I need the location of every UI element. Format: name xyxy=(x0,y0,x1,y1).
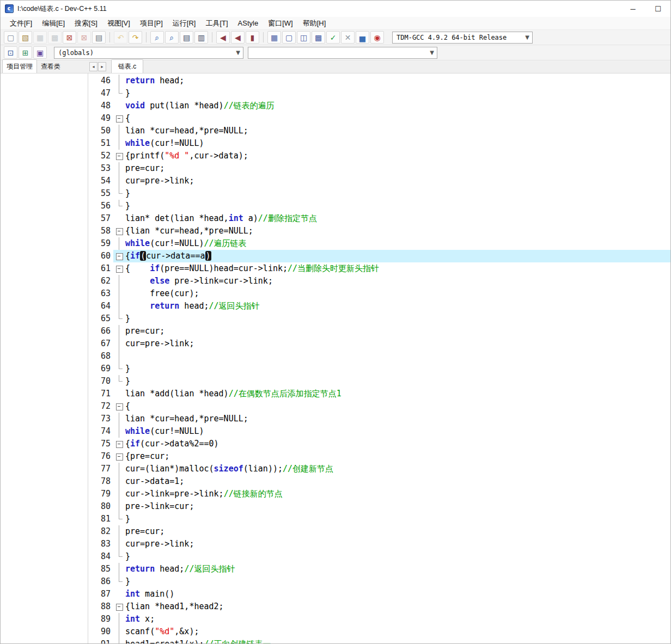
line-number[interactable]: 49 xyxy=(88,112,113,125)
menu-item-8[interactable]: 窗口[W] xyxy=(263,17,298,30)
code-text[interactable]: pre=cur; xyxy=(125,162,670,175)
menu-item-1[interactable]: 编辑[E] xyxy=(37,17,70,30)
code-text[interactable]: } xyxy=(125,513,670,525)
code-line-47[interactable]: 47} xyxy=(88,87,670,100)
line-number[interactable]: 88 xyxy=(88,600,113,613)
compiler-select[interactable]: TDM-GCC 4.9.2 64-bit Release ▼ xyxy=(392,32,533,44)
code-line-46[interactable]: 46return head; xyxy=(88,75,670,87)
menu-item-3[interactable]: 视图[V] xyxy=(102,17,135,30)
line-number[interactable]: 75 xyxy=(88,438,113,450)
redo-button[interactable]: ↷ xyxy=(129,31,142,44)
code-text[interactable]: head1=creat1(x);//正向创建链表一 xyxy=(125,638,670,643)
code-text[interactable] xyxy=(125,350,670,363)
menu-item-4[interactable]: 项目[P] xyxy=(135,17,168,30)
code-line-77[interactable]: 77cur=(lian*)malloc(sizeof(lian));//创建新节… xyxy=(88,463,670,475)
new-file-button[interactable]: ▢ xyxy=(4,31,17,44)
code-text[interactable]: { if(pre==NULL)head=cur->link;//当删除头时更新头… xyxy=(125,262,670,275)
code-line-82[interactable]: 82pre=cur; xyxy=(88,525,670,538)
code-line-54[interactable]: 54cur=pre->link; xyxy=(88,175,670,187)
code-text[interactable]: } xyxy=(125,363,670,375)
line-number[interactable]: 63 xyxy=(88,287,113,300)
line-number[interactable]: 74 xyxy=(88,425,113,438)
code-line-80[interactable]: 80pre->link=cur; xyxy=(88,500,670,513)
code-text[interactable]: return head;//返回头指针 xyxy=(125,300,670,312)
code-text[interactable]: {lian *head1,*head2; xyxy=(125,600,670,613)
file-tab[interactable]: 链表.c xyxy=(111,59,143,73)
line-number[interactable]: 84 xyxy=(88,550,113,563)
line-number[interactable]: 48 xyxy=(88,100,113,112)
code-text[interactable]: {if(cur->data==a) xyxy=(125,250,670,262)
line-number[interactable]: 86 xyxy=(88,575,113,588)
code-line-49[interactable]: 49{ xyxy=(88,112,670,125)
code-line-71[interactable]: 71lian *add(lian *head)//在偶数节点后添加指定节点1 xyxy=(88,388,670,400)
code-line-59[interactable]: 59while(cur!=NULL)//遍历链表 xyxy=(88,237,670,250)
code-line-52[interactable]: 52{printf("%d ",cur->data); xyxy=(88,150,670,162)
compile-and-run-button[interactable]: ◫ xyxy=(297,31,310,44)
line-number[interactable]: 71 xyxy=(88,388,113,400)
close-all-button[interactable]: ⊠ xyxy=(77,31,91,44)
code-line-53[interactable]: 53pre=cur; xyxy=(88,162,670,175)
line-number[interactable]: 72 xyxy=(88,400,113,413)
line-number[interactable]: 68 xyxy=(88,350,113,363)
code-text[interactable]: lian* det(lian *head,int a)//删除指定节点 xyxy=(125,212,670,225)
close-file-button[interactable]: ⊠ xyxy=(63,31,76,44)
syntax-check-button[interactable]: ✓ xyxy=(326,31,340,44)
code-line-91[interactable]: 91head1=creat1(x);//正向创建链表一 xyxy=(88,638,670,643)
code-line-61[interactable]: 61{ if(pre==NULL)head=cur->link;//当删除头时更… xyxy=(88,262,670,275)
fold-collapse-icon[interactable] xyxy=(113,600,125,613)
code-line-75[interactable]: 75{if(cur->data%2==0) xyxy=(88,438,670,450)
code-line-63[interactable]: 63 free(cur); xyxy=(88,287,670,300)
code-line-66[interactable]: 66pre=cur; xyxy=(88,325,670,338)
code-text[interactable]: pre=cur; xyxy=(125,325,670,338)
compile-button[interactable]: ▦ xyxy=(267,31,281,44)
profiling-analysis-button[interactable]: ◉ xyxy=(370,31,384,44)
code-text[interactable]: {pre=cur; xyxy=(125,450,670,463)
code-line-69[interactable]: 69} xyxy=(88,363,670,375)
fold-collapse-icon[interactable] xyxy=(113,438,125,450)
line-number[interactable]: 59 xyxy=(88,237,113,250)
line-number[interactable]: 89 xyxy=(88,613,113,625)
code-text[interactable]: lian *add(lian *head)//在偶数节点后添加指定节点1 xyxy=(125,388,670,400)
code-line-62[interactable]: 62 else pre->link=cur->link; xyxy=(88,275,670,287)
left-panel-tab-0[interactable]: 项目管理 xyxy=(2,59,37,73)
code-text[interactable]: while(cur!=NULL) xyxy=(125,137,670,150)
code-text[interactable]: } xyxy=(125,200,670,212)
fold-collapse-icon[interactable] xyxy=(113,150,125,162)
code-text[interactable]: {lian *cur=head,*pre=NULL; xyxy=(125,225,670,237)
line-number[interactable]: 87 xyxy=(88,588,113,600)
fold-collapse-icon[interactable] xyxy=(113,262,125,275)
code-line-60[interactable]: 60{if(cur->data==a) xyxy=(88,250,670,262)
code-line-70[interactable]: 70} xyxy=(88,375,670,388)
line-number[interactable]: 52 xyxy=(88,150,113,162)
line-number[interactable]: 51 xyxy=(88,137,113,150)
code-line-79[interactable]: 79cur->link=pre->link;//链接新的节点 xyxy=(88,488,670,500)
code-line-86[interactable]: 86} xyxy=(88,575,670,588)
class-browser-button[interactable]: ▣ xyxy=(33,46,47,59)
line-number[interactable]: 46 xyxy=(88,75,113,87)
code-line-67[interactable]: 67cur=pre->link; xyxy=(88,338,670,350)
code-text[interactable]: cur=(lian*)malloc(sizeof(lian));//创建新节点 xyxy=(125,463,670,475)
code-line-57[interactable]: 57lian* det(lian *head,int a)//删除指定节点 xyxy=(88,212,670,225)
run-button[interactable]: ▢ xyxy=(282,31,296,44)
code-text[interactable]: scanf("%d",&x); xyxy=(125,625,670,638)
menu-item-6[interactable]: 工具[T] xyxy=(200,17,233,30)
code-text[interactable]: } xyxy=(125,550,670,563)
code-line-89[interactable]: 89int x; xyxy=(88,613,670,625)
line-number[interactable]: 54 xyxy=(88,175,113,187)
menu-item-5[interactable]: 运行[R] xyxy=(168,17,201,30)
code-line-81[interactable]: 81} xyxy=(88,513,670,525)
save-all-button[interactable]: ▩ xyxy=(48,31,62,44)
line-number[interactable]: 58 xyxy=(88,225,113,237)
code-text[interactable]: lian *cur=head,*pre=NULL; xyxy=(125,413,670,425)
code-text[interactable]: {printf("%d ",cur->data); xyxy=(125,150,670,162)
prev-error-button[interactable]: ◀ xyxy=(216,31,230,44)
line-number[interactable]: 85 xyxy=(88,563,113,575)
abort-compilation-button[interactable]: ▮ xyxy=(246,31,259,44)
code-text[interactable]: pre=cur; xyxy=(125,525,670,538)
code-text[interactable]: free(cur); xyxy=(125,287,670,300)
code-line-72[interactable]: 72{ xyxy=(88,400,670,413)
code-line-68[interactable]: 68 xyxy=(88,350,670,363)
code-text[interactable]: return head; xyxy=(125,75,670,87)
stop-execution-button[interactable]: ✕ xyxy=(341,31,355,44)
code-text[interactable]: { xyxy=(125,112,670,125)
